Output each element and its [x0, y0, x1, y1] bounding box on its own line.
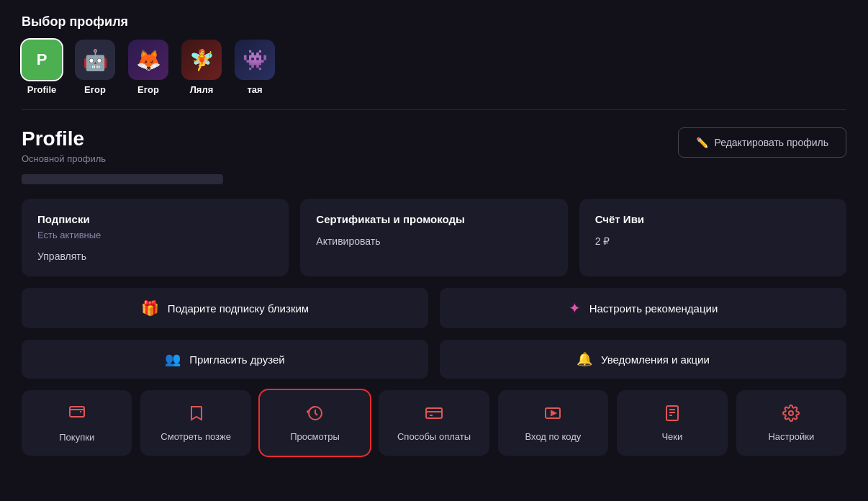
action-buttons-row: 🎁 Подарите подписку близким ✦ Настроить …	[22, 288, 846, 328]
payment-label: Способы оплаты	[397, 431, 471, 442]
notifications-button[interactable]: 🔔 Уведомления и акции	[440, 340, 846, 379]
history-icon	[307, 405, 324, 424]
edit-profile-button[interactable]: ✏️ Редактировать профиль	[678, 127, 846, 158]
play-icon	[544, 405, 561, 424]
avatar-label-lala: Ляля	[190, 84, 214, 95]
invite-label: Пригласить друзей	[189, 353, 284, 366]
profile-avatar-lala[interactable]: 🧚 Ляля	[181, 40, 222, 95]
subscriptions-link[interactable]: Управлять	[37, 250, 273, 262]
profile-avatar-egor2[interactable]: 🦊 Егор	[128, 40, 168, 95]
recommendations-button[interactable]: ✦ Настроить рекомендации	[440, 288, 846, 328]
notifications-label: Уведомления и акции	[601, 353, 710, 366]
profile-main-section: Profile Основной профиль ✏️ Редактироват…	[22, 127, 846, 184]
bell-icon: 🔔	[577, 351, 592, 367]
invite-icon: 👥	[165, 351, 181, 367]
profile-info: Profile Основной профиль	[22, 127, 678, 184]
settings-label: Настройки	[768, 431, 814, 442]
svg-rect-2	[426, 408, 442, 418]
svg-rect-0	[70, 407, 84, 417]
payment-item[interactable]: Способы оплаты	[379, 390, 489, 456]
profile-avatar-egor1[interactable]: 🤖 Егор	[75, 40, 115, 95]
section-divider	[22, 109, 846, 110]
page-wrapper: Выбор профиля P Profile 🤖 Егор 🦊 Егор 🧚 …	[0, 0, 868, 477]
profile-subtitle: Основной профиль	[22, 153, 678, 164]
gear-icon	[782, 405, 800, 424]
account-title: Счёт Иви	[595, 213, 831, 225]
bottom-icons-row: Покупки Смотреть позже Просмотры	[22, 390, 846, 456]
profile-avatar-profile[interactable]: P Profile	[22, 40, 62, 95]
tvcode-item[interactable]: Вход по коду	[498, 390, 608, 456]
checks-item[interactable]: Чеки	[617, 390, 727, 456]
settings-item[interactable]: Настройки	[736, 390, 846, 456]
gift-label: Подарите подписку близким	[168, 302, 309, 315]
profile-progress-bar	[22, 174, 223, 184]
svg-marker-4	[551, 411, 556, 415]
tvcode-label: Вход по коду	[525, 431, 582, 442]
avatar-image-egor1: 🤖	[75, 40, 115, 80]
receipt-icon	[664, 405, 681, 424]
gift-subscription-button[interactable]: 🎁 Подарите подписку близким	[22, 288, 428, 328]
avatar-image-profile: P	[22, 40, 62, 80]
avatar-label-profile: Profile	[27, 84, 56, 95]
avatar-label-egor1: Егор	[84, 84, 106, 95]
purchases-item[interactable]: Покупки	[22, 390, 132, 456]
invite-row: 👥 Пригласить друзей 🔔 Уведомления и акци…	[22, 340, 846, 379]
subscriptions-subtitle: Есть активные	[37, 230, 273, 240]
avatar-image-taya: 👾	[235, 40, 275, 80]
profile-avatars: P Profile 🤖 Егор 🦊 Егор 🧚 Ляля 👾 тая	[22, 40, 846, 95]
account-balance: 2 ₽	[595, 235, 831, 247]
recommendations-label: Настроить рекомендации	[589, 302, 718, 315]
star-icon: ✦	[569, 299, 581, 317]
wallet-icon	[68, 403, 86, 425]
watchlater-label: Смотреть позже	[161, 431, 231, 442]
watchlater-item[interactable]: Смотреть позже	[140, 390, 250, 456]
checks-label: Чеки	[661, 431, 682, 442]
avatar-image-lala: 🧚	[181, 40, 222, 80]
edit-icon: ✏️	[696, 137, 708, 148]
card-icon	[425, 405, 443, 424]
purchases-label: Покупки	[59, 432, 94, 443]
profile-name: Profile	[22, 127, 678, 150]
avatar-label-taya: тая	[247, 84, 262, 95]
certificates-link[interactable]: Активировать	[316, 235, 551, 247]
bookmark-icon	[187, 405, 204, 424]
gift-icon: 🎁	[141, 299, 159, 317]
certificates-title: Сертификаты и промокоды	[316, 213, 551, 225]
profile-selection-title: Выбор профиля	[22, 14, 846, 30]
svg-point-6	[789, 411, 793, 415]
account-card[interactable]: Счёт Иви 2 ₽	[579, 199, 846, 276]
subscriptions-card[interactable]: Подписки Есть активные Управлять	[22, 199, 289, 276]
history-item[interactable]: Просмотры	[260, 390, 370, 456]
cards-row: Подписки Есть активные Управлять Сертифи…	[22, 199, 846, 276]
profile-avatar-taya[interactable]: 👾 тая	[235, 40, 275, 95]
subscriptions-title: Подписки	[37, 213, 273, 225]
certificates-card[interactable]: Сертификаты и промокоды Активировать	[300, 199, 567, 276]
edit-profile-label: Редактировать профиль	[714, 137, 828, 148]
invite-friends-button[interactable]: 👥 Пригласить друзей	[22, 340, 428, 379]
avatar-label-egor2: Егор	[137, 84, 159, 95]
avatar-image-egor2: 🦊	[128, 40, 168, 80]
history-label: Просмотры	[290, 431, 340, 442]
